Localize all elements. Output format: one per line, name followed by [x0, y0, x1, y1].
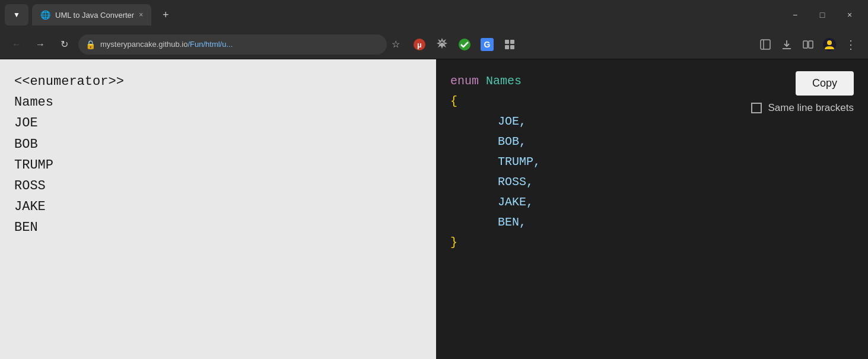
svg-rect-9 [510, 45, 514, 49]
uml-line-7: JAKE [14, 199, 46, 214]
code-line-trump: TRUMP, [450, 152, 854, 172]
code-line-ben: BEN, [450, 212, 854, 233]
toolbar-icons: μ G [409, 34, 520, 55]
uml-line-2: Names [14, 95, 53, 110]
same-line-brackets-option: Same line brackets [751, 100, 854, 117]
svg-point-3 [459, 39, 470, 50]
member-jake: JAKE, [498, 195, 533, 209]
uml-line-3: JOE [14, 116, 38, 131]
profile-icon[interactable] [819, 34, 840, 55]
tab-close-icon[interactable]: × [139, 11, 143, 19]
member-trump: TRUMP, [498, 155, 540, 169]
open-brace: { [450, 94, 457, 108]
refresh-button[interactable] [55, 35, 74, 54]
uml-line-6: ROSS [14, 179, 46, 193]
close-brace: } [450, 236, 457, 249]
left-panel: <<enumerator>> Names JOE BOB TRUMP ROSS … [0, 59, 436, 359]
back-button[interactable] [7, 35, 26, 54]
same-line-brackets-checkbox[interactable] [751, 103, 762, 113]
checkmark-icon[interactable] [454, 34, 475, 55]
svg-point-17 [827, 40, 832, 45]
more-options-icon[interactable] [841, 34, 861, 55]
member-ben: BEN, [498, 215, 526, 229]
code-line-1: enum Names [450, 71, 854, 91]
download-icon[interactable] [777, 34, 797, 55]
same-line-brackets-label: Same line brackets [768, 100, 854, 117]
sidebar-icon[interactable] [755, 34, 775, 55]
ublock-icon[interactable]: μ [409, 34, 430, 55]
svg-rect-10 [761, 40, 770, 49]
lock-icon: 🔒 [85, 40, 96, 49]
new-tab-button[interactable]: + [155, 4, 176, 26]
close-button[interactable]: × [836, 4, 863, 26]
copy-button[interactable]: Copy [796, 71, 854, 96]
code-output: enum Names { JOE, BOB, TRUMP, ROSS, JAKE… [450, 71, 854, 253]
browser-menu[interactable]: ▼ [5, 4, 28, 26]
browser-tab[interactable]: 🌐 UML to Java Converter × [32, 4, 151, 26]
uml-line-4: BOB [14, 137, 38, 152]
maximize-button[interactable]: □ [809, 4, 836, 26]
extensions-icon[interactable] [500, 34, 520, 55]
forward-button[interactable] [31, 35, 50, 54]
code-line-jake: JAKE, [450, 192, 854, 212]
minimize-button[interactable]: − [781, 4, 809, 26]
tab-title: UML to Java Converter [55, 11, 134, 20]
svg-rect-14 [803, 41, 807, 48]
svg-rect-7 [510, 40, 514, 44]
code-line-close: } [450, 233, 854, 253]
classname-names: Names [486, 74, 522, 88]
translate-icon[interactable]: G [477, 34, 497, 55]
split-screen-icon[interactable] [798, 34, 818, 55]
member-joe: JOE, [498, 115, 526, 128]
url-display: mysterypancake.github.io/Fun/html/u... [100, 40, 233, 49]
window-controls: − □ × [781, 4, 863, 26]
member-bob: BOB, [498, 135, 526, 148]
keyword-enum: enum [450, 74, 479, 88]
svg-rect-8 [505, 45, 509, 49]
code-line-ross: ROSS, [450, 172, 854, 192]
address-box[interactable]: 🔒 mysterypancake.github.io/Fun/html/u... [78, 34, 387, 55]
right-panel: Copy Same line brackets enum Names { JOE… [436, 59, 868, 359]
svg-text:μ: μ [417, 40, 422, 49]
main-content: <<enumerator>> Names JOE BOB TRUMP ROSS … [0, 59, 868, 359]
uml-line-5: TRUMP [14, 158, 53, 173]
uml-line-8: BEN [14, 220, 38, 235]
addressbar: 🔒 mysterypancake.github.io/Fun/html/u...… [0, 30, 868, 59]
titlebar: ▼ 🌐 UML to Java Converter × + − □ × [0, 0, 868, 30]
toolbar-end [755, 34, 861, 55]
settings-icon[interactable] [432, 34, 452, 55]
bookmark-icon[interactable] [392, 39, 400, 50]
code-line-bob: BOB, [450, 132, 854, 152]
uml-line-1: <<enumerator>> [14, 74, 124, 89]
svg-text:G: G [484, 40, 491, 49]
svg-rect-15 [809, 41, 813, 48]
svg-rect-6 [505, 40, 509, 44]
tab-globe-icon: 🌐 [40, 10, 50, 20]
member-ross: ROSS, [498, 175, 533, 189]
